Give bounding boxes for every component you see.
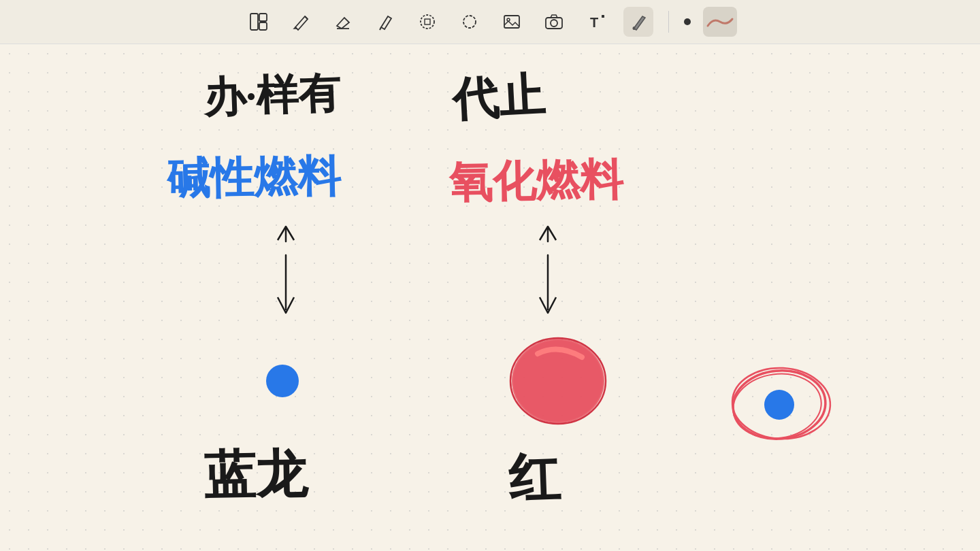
text-blue-alkaline: 碱性燃料: [166, 152, 342, 203]
red-blob: [510, 338, 606, 424]
highlighter-tool[interactable]: [370, 7, 400, 37]
eraser-tool[interactable]: [328, 7, 358, 37]
svg-text:碱性燃料: 碱性燃料: [166, 152, 342, 203]
camera-tool[interactable]: [539, 7, 569, 37]
svg-line-4: [380, 27, 381, 30]
svg-text:红: 红: [507, 448, 562, 507]
text-blue-dragon: 蓝龙: [203, 445, 310, 504]
text-red: 红: [507, 448, 562, 507]
svg-point-11: [551, 20, 557, 27]
red-oval-blue-dot: [729, 365, 832, 444]
svg-point-14: [632, 27, 635, 30]
svg-point-23: [266, 365, 299, 397]
arrow-right-updown: [540, 227, 556, 313]
text-daizhi: 代止: [450, 69, 547, 126]
svg-text:代止: 代止: [450, 69, 547, 126]
svg-point-5: [421, 15, 434, 29]
svg-point-7: [463, 16, 476, 28]
toolbar: T: [0, 0, 980, 44]
svg-text:蓝龙: 蓝龙: [203, 445, 310, 504]
svg-rect-6: [425, 19, 430, 24]
svg-rect-8: [504, 16, 519, 28]
drawing-layer: 办·样有 代止 碱性燃料 氧化燃料: [0, 44, 980, 551]
svg-text:T: T: [590, 15, 598, 30]
svg-point-25: [513, 340, 603, 422]
image-tool[interactable]: [497, 7, 527, 37]
dot-size-indicator[interactable]: [684, 18, 691, 25]
shapes-tool[interactable]: [412, 7, 442, 37]
svg-rect-13: [602, 15, 604, 18]
marker-tool[interactable]: [623, 7, 653, 37]
svg-text:办·样有: 办·样有: [201, 70, 342, 121]
svg-point-30: [764, 390, 794, 420]
arrow-left-updown: [278, 227, 294, 313]
panel-tool[interactable]: [244, 7, 274, 37]
stroke-style-preview[interactable]: [703, 7, 737, 37]
text-tool[interactable]: T: [581, 7, 611, 37]
svg-rect-1: [259, 14, 267, 21]
pencil-tool[interactable]: [286, 7, 316, 37]
text-ofuyoubu: 办·样有: [201, 70, 342, 121]
drawing-canvas[interactable]: 办·样有 代止 碱性燃料 氧化燃料: [0, 44, 980, 551]
svg-rect-2: [259, 22, 267, 30]
toolbar-separator: [668, 11, 669, 33]
text-red-oxidizer: 氧化燃料: [448, 156, 625, 207]
lasso-tool[interactable]: [455, 7, 485, 37]
svg-text:氧化燃料: 氧化燃料: [448, 156, 625, 207]
svg-rect-0: [250, 14, 258, 30]
blue-dot: [266, 365, 299, 397]
